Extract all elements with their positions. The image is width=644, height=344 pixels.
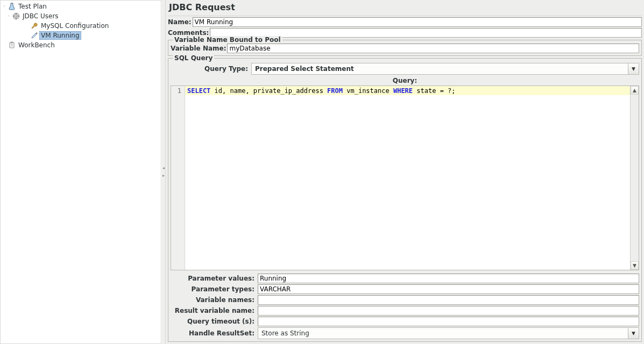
chevron-down-icon[interactable]: ▼ — [628, 328, 639, 339]
main-panel: JDBC Request Name: Comments: Variable Na… — [166, 0, 644, 344]
scroll-up-icon[interactable]: ▲ — [631, 86, 639, 95]
config-wrench-icon — [30, 22, 39, 30]
chevron-right-icon: ▸ — [162, 173, 165, 178]
line-number-gutter: 1 — [171, 86, 185, 270]
page-title: JDBC Request — [168, 1, 642, 16]
scroll-down-icon[interactable]: ▼ — [631, 261, 639, 270]
sampler-pipette-icon — [30, 32, 39, 39]
svg-rect-5 — [11, 42, 13, 43]
app-root: ◦ Test Plan ◦ JDBC Users MySQL Configura… — [0, 0, 644, 344]
tree-item-label: VM Running — [39, 31, 81, 40]
param-values-label: Parameter values: — [171, 275, 257, 282]
handle-rs-select[interactable]: Store as String ▼ — [258, 327, 639, 339]
param-types-input[interactable] — [258, 284, 639, 294]
svg-rect-0 — [11, 3, 13, 4]
var-pool-fieldset: Variable Name Bound to Pool Variable Nam… — [168, 40, 642, 56]
tree-toggle-icon[interactable]: ◦ — [6, 13, 11, 19]
tree-item-jdbc-users[interactable]: ◦ JDBC Users — [1, 11, 161, 21]
sql-query-legend: SQL Query — [173, 54, 214, 62]
var-name-input[interactable] — [227, 44, 639, 53]
query-type-label: Query Type: — [171, 65, 251, 73]
var-name-label: Variable Name: — [171, 45, 226, 52]
result-var-label: Result variable name: — [171, 307, 257, 314]
name-row: Name: — [168, 17, 642, 27]
name-input[interactable] — [193, 17, 642, 27]
result-var-input[interactable] — [258, 306, 639, 316]
tree-item-mysql-config[interactable]: MySQL Configuration — [1, 21, 161, 31]
tree-item-label: MySQL Configuration — [39, 22, 110, 30]
sql-code-line[interactable]: SELECT id, name, private_ip_address FROM… — [185, 86, 630, 95]
handle-rs-value: Store as String — [258, 329, 628, 337]
tree-item-label: WorkBench — [17, 41, 56, 49]
sql-code-area[interactable]: SELECT id, name, private_ip_address FROM… — [185, 86, 630, 270]
tree-item-label: JDBC Users — [21, 12, 60, 20]
name-label: Name: — [168, 18, 192, 26]
clipboard-icon — [7, 41, 17, 49]
beaker-icon — [7, 3, 17, 10]
var-names-label: Variable names: — [171, 296, 257, 304]
query-type-select[interactable]: Prepared Select Statement ▼ — [251, 63, 639, 75]
chevron-left-icon: ◂ — [162, 166, 165, 171]
tree-item-workbench[interactable]: WorkBench — [1, 40, 161, 50]
handle-rs-label: Handle ResultSet: — [171, 329, 257, 337]
query-timeout-input[interactable] — [258, 317, 639, 326]
param-values-input[interactable] — [258, 274, 639, 283]
sql-params-grid: Parameter values: Parameter types: Varia… — [171, 273, 639, 339]
thread-group-icon — [11, 12, 21, 20]
var-names-input[interactable] — [258, 295, 639, 305]
query-type-value: Prepared Select Statement — [252, 65, 628, 73]
svg-point-3 — [16, 16, 17, 17]
chevron-down-icon[interactable]: ▼ — [628, 63, 639, 74]
comments-label: Comments: — [168, 29, 209, 37]
vertical-scrollbar[interactable]: ▲ ▼ — [630, 86, 639, 270]
sql-query-fieldset: SQL Query Query Type: Prepared Select St… — [168, 58, 642, 342]
query-editor[interactable]: 1 SELECT id, name, private_ip_address FR… — [171, 85, 639, 270]
tree-toggle-icon[interactable]: ◦ — [2, 4, 7, 9]
tree-panel[interactable]: ◦ Test Plan ◦ JDBC Users MySQL Configura… — [0, 0, 161, 344]
splitter-handle[interactable]: ◂ ▸ — [161, 0, 166, 344]
var-pool-legend: Variable Name Bound to Pool — [173, 36, 282, 44]
param-types-label: Parameter types: — [171, 285, 257, 293]
query-header-label: Query: — [171, 77, 639, 84]
tree-item-test-plan[interactable]: ◦ Test Plan — [1, 2, 161, 11]
tree-item-vm-running[interactable]: VM Running — [1, 31, 161, 40]
query-type-row: Query Type: Prepared Select Statement ▼ — [171, 63, 639, 75]
query-timeout-label: Query timeout (s): — [171, 318, 257, 325]
tree-item-label: Test Plan — [17, 3, 48, 10]
